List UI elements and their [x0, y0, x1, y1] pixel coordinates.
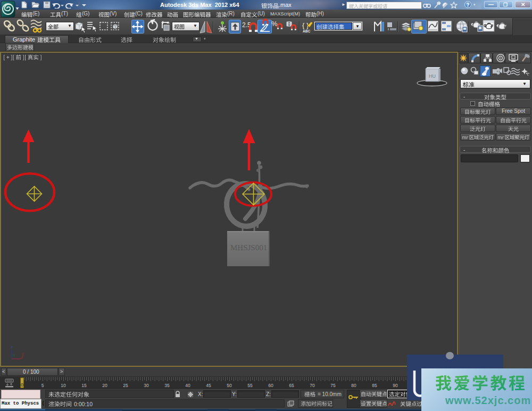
svg-text:z: z — [11, 344, 13, 349]
svg-text:%: % — [271, 20, 278, 28]
svg-text:80: 80 — [351, 383, 356, 388]
svg-text:20: 20 — [102, 383, 107, 388]
svg-text:75: 75 — [330, 383, 336, 388]
svg-text:40: 40 — [185, 383, 190, 388]
svg-text:60: 60 — [268, 383, 273, 388]
svg-text:90: 90 — [393, 383, 398, 388]
svg-text:HU: HU — [429, 73, 436, 79]
svg-text:5: 5 — [41, 383, 44, 388]
svg-text:15: 15 — [81, 383, 87, 388]
svg-text:65: 65 — [289, 383, 294, 388]
svg-text:50: 50 — [227, 383, 232, 388]
svg-text:55: 55 — [247, 383, 253, 388]
svg-text:MHSJS001: MHSJS001 — [230, 243, 267, 251]
svg-text:30: 30 — [144, 383, 149, 388]
svg-text:ABC: ABC — [303, 29, 310, 33]
svg-text:45: 45 — [206, 383, 211, 388]
svg-text:10: 10 — [61, 383, 66, 388]
svg-text:35: 35 — [164, 383, 170, 388]
svg-text:85: 85 — [372, 383, 377, 388]
svg-text:70: 70 — [310, 383, 315, 388]
svg-text:25: 25 — [123, 383, 128, 388]
